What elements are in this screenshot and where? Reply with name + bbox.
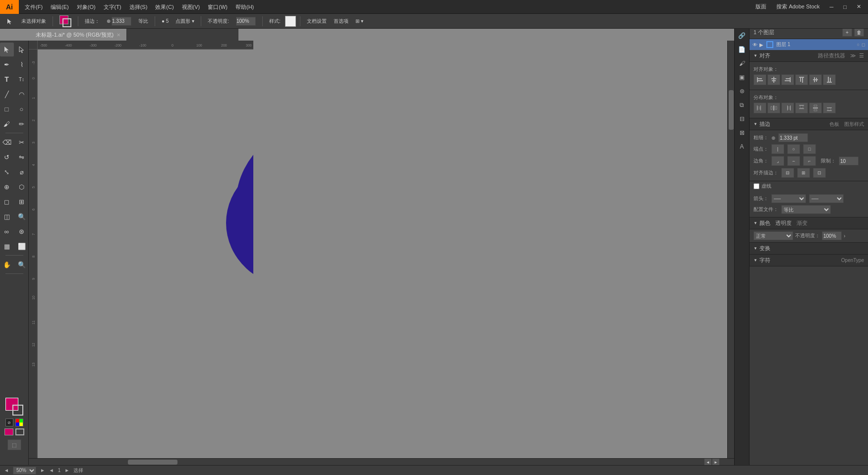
opacity-input[interactable] bbox=[233, 15, 258, 27]
shape-builder-tool[interactable]: ⊕ bbox=[0, 180, 14, 194]
fill-mode-btn[interactable] bbox=[4, 428, 13, 435]
stroke-type-dropdown[interactable]: 等比 bbox=[136, 16, 151, 26]
gradient-tool[interactable]: ◫ bbox=[0, 210, 14, 223]
shape-tab[interactable]: 图形样式 bbox=[844, 121, 864, 128]
arrow-start-select[interactable]: ── bbox=[771, 194, 806, 203]
scroll-right-btn[interactable]: ► bbox=[712, 459, 719, 466]
menu-view[interactable]: 视图(V) bbox=[178, 0, 204, 14]
stroke-swatch[interactable] bbox=[12, 405, 23, 416]
mesh-tool[interactable]: ⊞ bbox=[15, 195, 29, 209]
stock-search-btn[interactable]: 搜索 Adobe Stock bbox=[773, 3, 822, 10]
join-bevel-btn[interactable]: ⌐ bbox=[803, 156, 816, 166]
align-top-btn[interactable] bbox=[795, 74, 808, 85]
scroll-left-btn[interactable]: ◄ bbox=[704, 459, 711, 466]
symbol-tool[interactable]: ⊛ bbox=[15, 224, 29, 238]
page-nav-left[interactable]: ◄ bbox=[49, 468, 54, 473]
menu-type[interactable]: 文字(T) bbox=[100, 0, 125, 14]
tab-close-btn[interactable]: ✕ bbox=[116, 32, 120, 38]
layer-item-1[interactable]: 👁 ▶ 图层 1 ○ ◻ bbox=[750, 39, 868, 50]
layer-visible-toggle[interactable]: ◻ bbox=[862, 42, 865, 47]
join-miter-btn[interactable]: ⌟ bbox=[771, 156, 784, 166]
select-tool[interactable] bbox=[0, 43, 14, 56]
horizontal-scrollbar[interactable]: ◄ ► bbox=[29, 458, 734, 465]
align-bottom-btn[interactable] bbox=[823, 74, 836, 85]
join-round-btn[interactable]: ⌢ bbox=[787, 156, 800, 166]
preferences-btn[interactable]: 首选项 bbox=[331, 16, 351, 26]
profile-select[interactable]: 等比 bbox=[781, 205, 831, 214]
align-left-btn[interactable] bbox=[753, 74, 766, 85]
dist-top-btn[interactable] bbox=[795, 103, 808, 113]
cap-square-btn[interactable]: □ bbox=[803, 144, 816, 154]
align-icon[interactable]: ⊟ bbox=[736, 113, 748, 125]
char-section-header[interactable]: ▼ 字符 OpenType bbox=[750, 255, 868, 266]
menu-effect[interactable]: 效果(C) bbox=[151, 0, 177, 14]
align-center-v-btn[interactable] bbox=[809, 74, 822, 85]
scroll-right-nav[interactable]: ► bbox=[40, 468, 45, 473]
type-icon[interactable]: A bbox=[736, 141, 748, 153]
color-swatch-mini[interactable] bbox=[15, 419, 23, 426]
limit-input[interactable] bbox=[839, 157, 859, 165]
artboard-tool[interactable]: ⬜ bbox=[15, 239, 29, 253]
scale-tool[interactable]: ⤡ bbox=[0, 165, 14, 179]
menu-file[interactable]: 文件(F) bbox=[21, 0, 47, 14]
rotate-tool[interactable]: ↺ bbox=[0, 150, 14, 164]
paintbrush-tool[interactable]: 🖌 bbox=[0, 117, 14, 131]
blend-mode-select[interactable]: 正常 bbox=[753, 231, 793, 240]
type-tool[interactable]: T bbox=[0, 72, 14, 86]
warp-tool[interactable]: ⌀ bbox=[15, 165, 29, 179]
live-paint-tool[interactable]: ⬡ bbox=[15, 180, 29, 194]
arc-tool[interactable]: ◠ bbox=[15, 87, 29, 101]
stroke-width-input[interactable] bbox=[778, 133, 808, 142]
dashed-checkbox[interactable] bbox=[753, 183, 759, 189]
eyedropper-tool[interactable]: 🔍 bbox=[15, 210, 29, 223]
opacity-arrow[interactable]: › bbox=[844, 233, 845, 239]
eraser-tool[interactable]: ⌫ bbox=[0, 135, 14, 149]
color-tab[interactable]: 色板 bbox=[829, 121, 839, 128]
page-nav-right[interactable]: ► bbox=[64, 468, 69, 473]
align-section-header[interactable]: ▼ 对齐 路径查找器 ≫ ☰ bbox=[750, 50, 868, 62]
stroke-mode-btn[interactable] bbox=[15, 428, 24, 435]
stroke-section-header[interactable]: ▼ 描边 色板 图形样式 bbox=[750, 118, 868, 130]
pencil-tool[interactable]: ✏ bbox=[15, 117, 29, 131]
direct-select-tool[interactable] bbox=[15, 43, 29, 56]
pathfinder-icon[interactable]: ⊠ bbox=[736, 127, 748, 139]
perspective-tool[interactable]: ◻ bbox=[0, 195, 14, 209]
align-expand-btn[interactable]: ≫ bbox=[850, 53, 856, 59]
style-preview[interactable] bbox=[285, 16, 296, 27]
arrange-icon[interactable]: ⊞ ▾ bbox=[353, 17, 366, 25]
curve-tool[interactable]: ⌇ bbox=[15, 57, 29, 71]
layer-target[interactable]: ○ bbox=[857, 42, 860, 47]
blend-tool[interactable]: ∞ bbox=[0, 224, 14, 238]
window-minimize[interactable]: ─ bbox=[827, 4, 837, 10]
layers-icon[interactable]: 📄 bbox=[736, 44, 748, 55]
menu-object[interactable]: 对象(O) bbox=[73, 0, 100, 14]
document-tab-1[interactable]: 未标题-1.ai* @ 50% (RGB/预览) ✕ bbox=[30, 29, 127, 41]
symbols-icon[interactable]: ⊛ bbox=[736, 85, 748, 97]
zoom-tool[interactable]: 🔍 bbox=[15, 258, 29, 271]
window-close[interactable]: ✕ bbox=[854, 3, 864, 10]
layer-visibility-eye[interactable]: 👁 bbox=[752, 42, 757, 48]
menu-edit[interactable]: 编辑(E) bbox=[47, 0, 73, 14]
reflect-tool[interactable]: ⇋ bbox=[15, 150, 29, 164]
chart-tool[interactable]: ▦ bbox=[0, 239, 14, 253]
align-outside-stroke[interactable]: ⊡ bbox=[813, 168, 826, 178]
none-btn[interactable]: ⊘ bbox=[5, 419, 13, 426]
window-maximize[interactable]: □ bbox=[840, 4, 850, 10]
arrow-end-select[interactable]: ── bbox=[809, 194, 844, 203]
pen-tool[interactable]: ✒ bbox=[0, 57, 14, 71]
transform-icon[interactable]: ⧉ bbox=[736, 99, 748, 111]
zoom-select[interactable]: 50% bbox=[13, 467, 36, 475]
menu-window[interactable]: 窗口(W) bbox=[204, 0, 231, 14]
align-center-h-btn[interactable] bbox=[767, 74, 780, 85]
doc-setup-btn[interactable]: 文档设置 bbox=[304, 16, 329, 26]
cap-butt-btn[interactable]: | bbox=[771, 144, 784, 154]
stroke-indicator[interactable] bbox=[57, 14, 74, 29]
artboard-btn[interactable]: ⬚ bbox=[7, 439, 21, 450]
v-scroll-thumb[interactable] bbox=[729, 90, 734, 130]
dist-right-btn[interactable] bbox=[781, 103, 794, 113]
align-center-stroke[interactable]: ⊟ bbox=[781, 168, 794, 178]
vertical-scrollbar[interactable] bbox=[727, 41, 734, 458]
links-icon[interactable]: 🔗 bbox=[736, 30, 748, 42]
scissors-tool[interactable]: ✂ bbox=[15, 135, 29, 149]
add-layer-btn[interactable]: + bbox=[842, 28, 852, 37]
